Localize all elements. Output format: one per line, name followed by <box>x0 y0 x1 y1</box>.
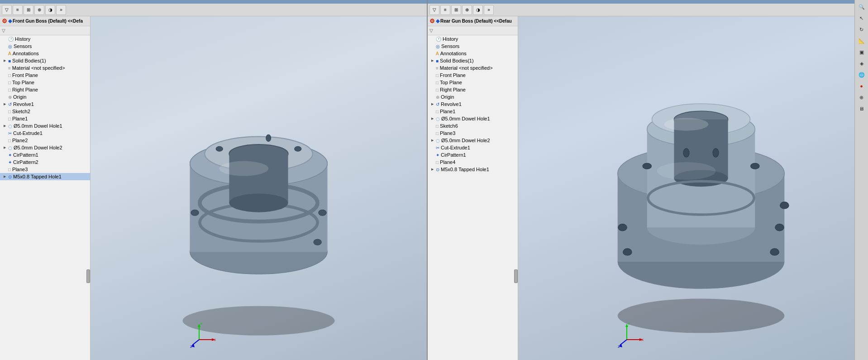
tree-item-plane3[interactable]: □ Plane3 <box>0 166 90 173</box>
tree-item-history[interactable]: 🕐 History <box>0 35 90 43</box>
tree-item-sketch6[interactable]: □ Sketch6 <box>428 122 518 130</box>
tree-item-top-plane-r[interactable]: □ Top Plane <box>428 79 518 86</box>
dowel-hole1-icon: ◌ <box>8 124 12 129</box>
dowel-hole2-r-label: Ø5.0mm Dowel Hole2 <box>441 138 490 143</box>
top-plane-r-label: Top Plane <box>440 80 462 85</box>
cut-extrude1-r-label: Cut-Extrude1 <box>441 145 470 150</box>
tree-item-right-plane[interactable]: □ Right Plane <box>0 86 90 93</box>
cir-pattern1-r-label: CirPattern1 <box>441 152 466 158</box>
svg-point-41 <box>751 163 760 169</box>
more-btn-left[interactable]: » <box>56 5 66 15</box>
cursor-far-btn[interactable]: ↖ <box>857 13 867 23</box>
top-plane-label: Top Plane <box>12 80 34 85</box>
origin-r-label: Origin <box>441 94 454 100</box>
tree-item-origin-r[interactable]: ⊕ Origin <box>428 93 518 101</box>
crosshair-btn-right[interactable]: ⊕ <box>462 5 472 15</box>
palette-btn-left[interactable]: ◑ <box>45 5 55 15</box>
crosshair-btn-left[interactable]: ⊕ <box>34 5 44 15</box>
tree-item-plane4-r[interactable]: □ Plane4 <box>428 158 518 166</box>
view-far-btn[interactable]: ◈ <box>857 58 867 68</box>
right-filter-icon: ▽ <box>429 28 433 33</box>
tree-item-plane2[interactable]: □ Plane2 <box>0 137 90 144</box>
globe-far-btn[interactable]: ⊕ <box>857 92 867 102</box>
svg-text:Y: Y <box>628 322 630 326</box>
right-plane-label: Right Plane <box>12 87 38 92</box>
tree-item-plane3-r[interactable]: □ Plane3 <box>428 130 518 137</box>
tree-item-revolve1[interactable]: ▶ ↺ Revolve1 <box>0 101 90 108</box>
left-model-title-text: Front Gun Boss (Default) <<Defa <box>13 19 83 24</box>
tree-item-front-plane[interactable]: □ Front Plane <box>0 72 90 79</box>
top-plane-icon: □ <box>8 80 11 85</box>
tree-item-dowel-hole2-r[interactable]: ▶ ◌ Ø5.0mm Dowel Hole2 <box>428 137 518 144</box>
svg-point-42 <box>643 163 652 169</box>
front-plane-icon: □ <box>8 73 11 78</box>
svg-point-20 <box>219 161 268 176</box>
tree-item-solid-bodies[interactable]: ▶ ■ Solid Bodies(1) <box>0 57 90 64</box>
display-far-btn[interactable]: 🌐 <box>857 70 867 80</box>
tree-item-cut-extrude1[interactable]: ✂ Cut-Extrude1 <box>0 130 90 137</box>
section-far-btn[interactable]: ▣ <box>857 47 867 57</box>
tree-item-cut-extrude1-r[interactable]: ✂ Cut-Extrude1 <box>428 144 518 151</box>
filter-btn-left[interactable]: ▽ <box>2 5 12 15</box>
left-content: ⚙ ◆ Front Gun Boss (Default) <<Defa ▽ 🕐 <box>0 16 427 360</box>
more-btn-right[interactable]: » <box>484 5 494 15</box>
tree-item-dowel-hole2[interactable]: ▶ ◌ Ø5.0mm Dowel Hole2 <box>0 144 90 151</box>
tree-item-cir-pattern1-r[interactable]: ✦ CirPattern1 <box>428 151 518 158</box>
cir-pattern1-icon: ✦ <box>8 153 12 158</box>
left-3d-viewport[interactable]: Y X Z <box>91 16 427 360</box>
tree-item-top-plane[interactable]: □ Top Plane <box>0 79 90 86</box>
tree-item-sensors[interactable]: ◎ Sensors <box>0 43 90 50</box>
right-3d-viewport[interactable]: Y X Z <box>518 16 854 360</box>
revolve1-icon: ↺ <box>8 102 12 107</box>
color-far-btn[interactable]: ● <box>857 81 867 91</box>
left-model-icon-part: ◆ <box>8 18 12 24</box>
tree-item-tapped-hole1-r[interactable]: ▶ ⊙ M5x0.8 Tapped Hole1 <box>428 166 518 173</box>
svg-point-18 <box>191 210 199 216</box>
grid-btn-left[interactable]: ⊞ <box>24 5 33 15</box>
left-tree-list[interactable]: 🕐 History ◎ Sensors A <box>0 35 90 360</box>
tree-item-cir-pattern1[interactable]: ✦ CirPattern1 <box>0 151 90 158</box>
main-container: ▽ ≡ ⊞ ⊕ ◑ » ⚙ ◆ Front Gun Boss (Default)… <box>0 0 868 360</box>
tree-item-right-plane-r[interactable]: □ Right Plane <box>428 86 518 93</box>
tree-item-front-plane-r[interactable]: □ Front Plane <box>428 72 518 79</box>
tree-item-origin[interactable]: ⊕ Origin <box>0 93 90 101</box>
filter-btn-right[interactable]: ▽ <box>429 5 439 15</box>
dowel-hole2-r-arrow: ▶ <box>431 139 436 142</box>
monitor-far-btn[interactable]: 🖥 <box>857 104 867 114</box>
tapped-hole1-r-arrow: ▶ <box>431 168 436 171</box>
table-btn-left[interactable]: ≡ <box>13 5 23 15</box>
dowel-hole2-icon: ◌ <box>8 145 12 150</box>
plane3-label: Plane3 <box>12 167 28 172</box>
cir-pattern1-r-icon: ✦ <box>436 153 439 158</box>
tree-item-material[interactable]: ≡ Material <not specified> <box>0 64 90 72</box>
tree-item-annotations[interactable]: A Annotations <box>0 50 90 57</box>
left-3d-model <box>91 16 427 360</box>
tree-item-dowel-hole1[interactable]: ▶ ◌ Ø5.0mm Dowel Hole1 <box>0 122 90 130</box>
tree-item-revolve1-r[interactable]: ▶ ↺ Revolve1 <box>428 101 518 108</box>
right-window-top <box>428 0 854 4</box>
tree-item-sensors-r[interactable]: ◎ Sensors <box>428 43 518 50</box>
dowel-hole1-r-icon: ◌ <box>436 116 440 121</box>
tree-item-plane1-r[interactable]: □ Plane1 <box>428 108 518 115</box>
tree-item-cir-pattern2[interactable]: ✦ CirPattern2 <box>0 158 90 166</box>
palette-btn-right[interactable]: ◑ <box>473 5 483 15</box>
tree-item-solid-bodies-r[interactable]: ▶ ■ Solid Bodies(1) <box>428 57 518 64</box>
tree-item-dowel-hole1-r[interactable]: ▶ ◌ Ø5.0mm Dowel Hole1 <box>428 115 518 122</box>
rotate-far-btn[interactable]: ↻ <box>857 24 867 34</box>
measure-far-btn[interactable]: 📐 <box>857 36 867 46</box>
tree-item-sketch2[interactable]: □ Sketch2 <box>0 108 90 115</box>
tree-item-material-r[interactable]: ≡ Material <not specified> <box>428 64 518 72</box>
right-3d-model <box>518 16 854 360</box>
right-tree-list[interactable]: 🕐 History ◎ Sensors A Annotations <box>428 35 518 360</box>
grid-btn-right[interactable]: ⊞ <box>451 5 461 15</box>
plane4-r-label: Plane4 <box>440 159 455 165</box>
tree-item-plane1[interactable]: □ Plane1 <box>0 115 90 122</box>
search-far-btn[interactable]: 🔍 <box>857 2 867 12</box>
table-btn-right[interactable]: ≡ <box>440 5 450 15</box>
sensors-r-label: Sensors <box>441 43 459 49</box>
tree-item-annotations-r[interactable]: A Annotations <box>428 50 518 57</box>
svg-text:Z: Z <box>190 345 192 349</box>
tapped-hole1-r-label: M5x0.8 Tapped Hole1 <box>441 167 489 172</box>
tree-item-history-r[interactable]: 🕐 History <box>428 35 518 43</box>
tree-item-tapped-hole1[interactable]: ▶ ⊙ M5x0.8 Tapped Hole1 <box>0 173 90 180</box>
